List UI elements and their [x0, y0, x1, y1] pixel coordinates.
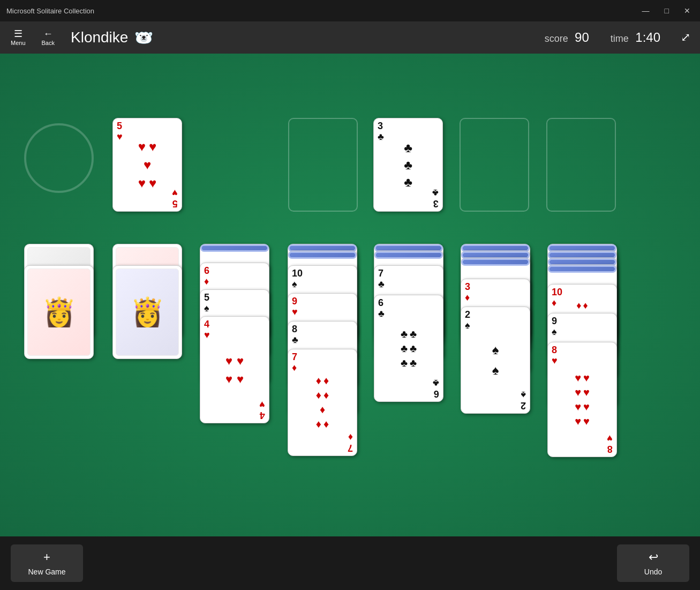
- card-rank-bottom: 3♣: [432, 187, 439, 208]
- score-value: 90: [575, 30, 589, 44]
- foundation-2[interactable]: 3♣ 3♣ ♣ ♣ ♣: [373, 118, 443, 212]
- card-rank-bottom: 7♦: [348, 431, 353, 453]
- tableau-col1-card2[interactable]: Q♥ Q♥ 👸: [24, 265, 94, 359]
- card-rank-top: 6♦: [204, 266, 209, 287]
- time-label: time: [611, 33, 629, 44]
- maximize-button[interactable]: □: [661, 5, 672, 16]
- game-title-area: Klondike 🐻‍❄️: [71, 29, 153, 47]
- undo-button[interactable]: ↩ Undo: [617, 544, 689, 582]
- close-button[interactable]: ✕: [681, 5, 694, 16]
- score-label: score: [545, 33, 568, 44]
- card-rank-top: 3♣: [378, 121, 384, 143]
- card-pips: ♣ ♣ ♣: [404, 140, 412, 190]
- card-pips: ♥♥ ♥♥: [225, 354, 244, 386]
- card-rank-bottom: 2♠: [521, 389, 526, 410]
- expand-button[interactable]: ⤢: [676, 28, 695, 47]
- hamburger-icon: ☰: [14, 29, 22, 39]
- app-title: Microsoft Solitaire Collection: [6, 7, 94, 15]
- back-button[interactable]: ← Back: [36, 27, 60, 48]
- card-pips: ♦♦ ♦♦ ♦ ♦♦: [316, 375, 329, 430]
- undo-label: Undo: [644, 567, 662, 576]
- card-rank-top: 2♠: [465, 310, 470, 331]
- card-pips: ♠♠: [492, 342, 499, 378]
- tableau-col6-card-2s[interactable]: 2♠ 2♠ ♠♠: [461, 307, 530, 414]
- stock-pile[interactable]: [24, 123, 94, 193]
- foundation-3[interactable]: [460, 118, 529, 212]
- card-rank-top: 10♦: [552, 287, 562, 309]
- game-table[interactable]: 5♥ 5♥ ♥♥ ♥ ♥♥ 3♣ 3♣ ♣ ♣ ♣: [0, 54, 700, 536]
- card-rank-bottom: 5♥: [172, 187, 178, 208]
- card-rank-top: 7♦: [292, 352, 297, 374]
- queen-hearts-face: 👸: [27, 268, 91, 356]
- time-value: 1:40: [635, 30, 660, 44]
- tableau-col5-card-bottom[interactable]: 6♣ 6♣ ♣♣ ♣♣ ♣♣: [374, 295, 443, 402]
- foundation-4[interactable]: [546, 118, 616, 212]
- waste-pile-card[interactable]: 5♥ 5♥ ♥♥ ♥ ♥♥: [112, 118, 182, 212]
- menu-label: Menu: [11, 40, 26, 46]
- new-game-label: New Game: [28, 567, 65, 576]
- score-display: score 90: [545, 30, 589, 45]
- card-rank-top: 6♣: [378, 298, 385, 319]
- back-icon: ←: [43, 29, 53, 39]
- undo-icon: ↩: [649, 550, 658, 564]
- card-rank-top: 9♥: [292, 296, 298, 318]
- foundation-1[interactable]: [288, 118, 358, 212]
- title-bar: Microsoft Solitaire Collection — □ ✕: [0, 0, 700, 21]
- tableau-col7-card-8h[interactable]: 8♥ 8♥ ♥♥ ♥♥ ♥♥ ♥♥: [547, 342, 617, 457]
- card-rank-top: 3♦: [465, 282, 470, 303]
- tableau-col3-card-4h[interactable]: 4♥ 4♥ ♥♥ ♥♥: [200, 316, 269, 423]
- card-rank-top: 9♠: [552, 316, 557, 338]
- card-rank-bottom: 8♥: [607, 432, 613, 454]
- game-header: ☰ Menu ← Back Klondike 🐻‍❄️ score 90 tim…: [0, 21, 700, 54]
- bottom-bar: + New Game ↩ Undo: [0, 536, 700, 590]
- minimize-button[interactable]: —: [639, 5, 653, 16]
- window-controls: — □ ✕: [639, 5, 694, 16]
- card-pips: ♣♣ ♣♣ ♣♣: [401, 328, 417, 369]
- card-pips: ♥♥ ♥♥ ♥♥ ♥♥: [575, 372, 590, 428]
- card-rank-top: 5♠: [204, 293, 209, 314]
- back-label: Back: [42, 40, 55, 46]
- card-rank-top: 4♥: [204, 319, 210, 341]
- card-rank-bottom: 6♣: [433, 377, 439, 399]
- menu-button[interactable]: ☰ Menu: [5, 27, 31, 48]
- tableau-col2-card2[interactable]: Q♠ Q♠ 👸: [112, 265, 182, 359]
- card-rank-bottom: 4♥: [259, 399, 265, 420]
- score-area: score 90 time 1:40: [545, 30, 660, 45]
- card-rank-top: 8♣: [292, 324, 298, 346]
- game-name: Klondike: [71, 29, 128, 46]
- card-rank-top: 10♠: [292, 268, 303, 290]
- card-rank-top: 8♥: [552, 345, 558, 367]
- new-game-button[interactable]: + New Game: [11, 544, 83, 582]
- new-game-icon: +: [43, 550, 50, 564]
- card-pips: ♥♥ ♥ ♥♥: [138, 139, 157, 191]
- time-display: time 1:40: [611, 30, 660, 45]
- card-rank-top: 7♣: [378, 268, 385, 290]
- queen-spades-face: 👸: [116, 268, 179, 356]
- card-rank-top: 5♥: [117, 121, 123, 143]
- tableau-col4-card-7d[interactable]: 7♦ 7♦ ♦♦ ♦♦ ♦ ♦♦: [288, 349, 357, 456]
- polar-bear-icon: 🐻‍❄️: [134, 29, 153, 47]
